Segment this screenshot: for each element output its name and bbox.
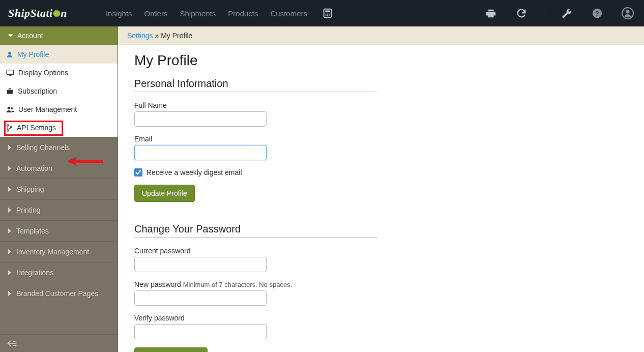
nav-shipments[interactable]: Shipments bbox=[180, 9, 216, 18]
svg-point-18 bbox=[7, 129, 9, 131]
sidebar-item-label: API Settings bbox=[17, 124, 56, 132]
caret-right-icon bbox=[8, 208, 11, 213]
nav-products[interactable]: Products bbox=[228, 9, 258, 18]
sidebar-account-label: Account bbox=[17, 32, 43, 40]
sidebar-item-label: My Profile bbox=[17, 50, 49, 58]
section-title-password: Change Your Password bbox=[134, 223, 377, 238]
full-name-input[interactable] bbox=[134, 111, 267, 127]
sidebar-section-label: Automation bbox=[16, 164, 52, 172]
svg-text:?: ? bbox=[595, 10, 599, 17]
nav-orders[interactable]: Orders bbox=[144, 9, 168, 18]
sidebar-section-inventory[interactable]: Inventory Management bbox=[0, 241, 118, 262]
sidebar-section-shipping[interactable]: Shipping bbox=[0, 179, 118, 199]
logo-text-post: n bbox=[61, 7, 67, 19]
svg-point-16 bbox=[11, 107, 13, 109]
svg-point-12 bbox=[8, 52, 11, 55]
calculator-icon[interactable] bbox=[319, 5, 336, 21]
form-row-verify-pw: Verify password bbox=[134, 314, 628, 339]
update-profile-button[interactable]: Update Profile bbox=[134, 185, 195, 202]
sidebar-item-subscription[interactable]: Subscription bbox=[0, 82, 118, 100]
caret-down-icon bbox=[8, 34, 13, 37]
collapse-icon[interactable] bbox=[7, 340, 110, 347]
sidebar-section-automation[interactable]: Automation bbox=[0, 158, 118, 179]
email-label: Email bbox=[134, 135, 628, 143]
sidebar-section-integrations[interactable]: Integrations bbox=[0, 262, 118, 283]
svg-point-2 bbox=[326, 14, 327, 15]
sidebar-section-label: Shipping bbox=[16, 185, 44, 193]
sidebar-section-branded-pages[interactable]: Branded Customer Pages bbox=[0, 283, 118, 304]
logo[interactable]: ShipStati✺n bbox=[8, 7, 67, 20]
svg-point-17 bbox=[7, 124, 9, 126]
caret-right-icon bbox=[8, 187, 11, 192]
full-name-label: Full Name bbox=[134, 101, 628, 109]
email-input[interactable] bbox=[134, 145, 267, 160]
new-pw-hint: Minimum of 7 characters. No spaces. bbox=[183, 281, 292, 288]
logo-text-pre: ShipStati bbox=[8, 7, 53, 19]
current-pw-input[interactable] bbox=[134, 257, 267, 272]
print-icon[interactable] bbox=[483, 5, 499, 21]
caret-right-icon bbox=[8, 249, 11, 254]
caret-right-icon bbox=[8, 291, 11, 296]
new-pw-label-text: New password bbox=[134, 280, 181, 288]
breadcrumb-sep: » bbox=[153, 32, 161, 40]
form-row-full-name: Full Name bbox=[134, 101, 628, 127]
content: My Profile Personal Information Full Nam… bbox=[118, 45, 644, 352]
monitor-icon bbox=[6, 69, 14, 76]
breadcrumb-settings-link[interactable]: Settings bbox=[127, 32, 153, 40]
digest-label: Receive a weekly digest email bbox=[147, 168, 242, 177]
svg-rect-14 bbox=[7, 90, 13, 94]
sidebar-section-printing[interactable]: Printing bbox=[0, 199, 118, 220]
sidebar-section-selling-channels[interactable]: Selling Channels bbox=[0, 137, 118, 158]
digest-checkbox[interactable] bbox=[134, 168, 142, 177]
svg-rect-13 bbox=[7, 70, 13, 75]
sidebar-item-api-settings[interactable]: API Settings bbox=[0, 119, 118, 137]
svg-point-7 bbox=[329, 15, 330, 16]
users-icon bbox=[6, 106, 14, 113]
nav-customers[interactable]: Customers bbox=[271, 9, 308, 18]
verify-pw-input[interactable] bbox=[134, 324, 267, 339]
sidebar-section-label: Integrations bbox=[16, 269, 53, 277]
sidebar-account-list: My Profile Display Options Subscription … bbox=[0, 45, 118, 137]
nav-items: Insights Orders Shipments Products Custo… bbox=[106, 5, 336, 21]
current-pw-label: Current password bbox=[134, 247, 628, 255]
sidebar-item-label: Display Options bbox=[18, 69, 68, 77]
new-pw-input[interactable] bbox=[134, 290, 267, 306]
sidebar-section-label: Branded Customer Pages bbox=[16, 289, 98, 298]
caret-right-icon bbox=[8, 270, 11, 275]
main: Settings » My Profile My Profile Persona… bbox=[118, 26, 644, 352]
svg-point-19 bbox=[10, 126, 12, 127]
branch-icon bbox=[6, 124, 13, 132]
sidebar-section-label: Templates bbox=[16, 227, 49, 235]
nav-divider bbox=[544, 7, 544, 20]
svg-point-6 bbox=[327, 15, 328, 16]
svg-point-3 bbox=[327, 14, 328, 15]
sidebar-item-user-management[interactable]: User Management bbox=[0, 100, 118, 119]
caret-right-icon bbox=[8, 145, 11, 150]
sidebar-item-display-options[interactable]: Display Options bbox=[0, 64, 118, 82]
sidebar-item-label: User Management bbox=[18, 105, 77, 113]
sidebar-section-label: Inventory Management bbox=[16, 248, 89, 256]
form-row-new-pw: New password Minimum of 7 characters. No… bbox=[134, 280, 628, 306]
nav-insights[interactable]: Insights bbox=[106, 9, 132, 18]
sidebar-section-templates[interactable]: Templates bbox=[0, 220, 118, 241]
wrench-icon[interactable] bbox=[559, 5, 575, 21]
section-title-personal: Personal Information bbox=[134, 78, 377, 92]
change-password-button[interactable]: Change Password bbox=[134, 347, 208, 352]
refresh-icon[interactable] bbox=[513, 5, 530, 21]
form-row-email: Email bbox=[134, 135, 628, 160]
digest-checkbox-row: Receive a weekly digest email bbox=[134, 168, 628, 177]
caret-right-icon bbox=[8, 228, 11, 233]
sidebar-collapse bbox=[0, 334, 118, 352]
sidebar-item-label: Subscription bbox=[18, 87, 57, 95]
top-nav: ShipStati✺n Insights Orders Shipments Pr… bbox=[0, 0, 644, 26]
page-title: My Profile bbox=[134, 52, 628, 69]
caret-right-icon bbox=[8, 166, 11, 171]
breadcrumb: Settings » My Profile bbox=[118, 26, 644, 45]
sidebar-account-header[interactable]: Account bbox=[0, 26, 118, 45]
help-icon[interactable]: ? bbox=[589, 5, 605, 21]
verify-pw-label: Verify password bbox=[134, 314, 628, 322]
person-icon bbox=[6, 51, 13, 58]
nav-right: ? bbox=[483, 5, 636, 21]
user-icon[interactable] bbox=[620, 5, 636, 21]
sidebar-item-my-profile[interactable]: My Profile bbox=[0, 45, 118, 64]
